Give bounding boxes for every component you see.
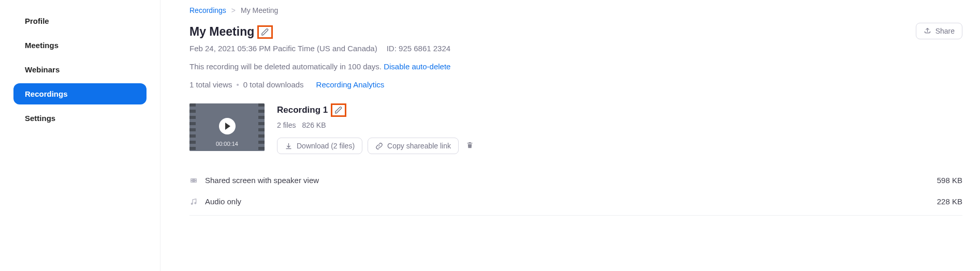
meeting-datetime: Feb 24, 2021 05:36 PM Pacific Time (US a… (189, 44, 377, 53)
disable-auto-delete-link[interactable]: Disable auto-delete (384, 62, 450, 71)
svg-point-5 (191, 203, 193, 204)
recording-title: Recording 1 (277, 105, 328, 115)
play-icon (219, 118, 236, 134)
video-icon (189, 176, 198, 185)
breadcrumb: Recordings > My Meeting (189, 6, 962, 14)
file-list: Shared screen with speaker view 598 KB A… (189, 170, 962, 212)
page-title: My Meeting (189, 25, 254, 39)
recording-thumbnail[interactable]: 00:00:14 (189, 103, 265, 151)
pencil-icon (261, 28, 269, 36)
breadcrumb-root[interactable]: Recordings (189, 6, 226, 14)
edit-recording-title-button[interactable] (331, 103, 346, 117)
separator-dot: • (237, 80, 239, 89)
copy-link-label: Copy shareable link (387, 142, 451, 150)
recording-analytics-link[interactable]: Recording Analytics (316, 80, 385, 89)
share-button[interactable]: Share (916, 23, 962, 39)
sidebar-item-recordings[interactable]: Recordings (13, 83, 147, 104)
recording-total-size: 826 KB (302, 121, 326, 129)
file-row[interactable]: Audio only 228 KB (189, 191, 962, 212)
delete-button[interactable] (466, 141, 474, 151)
file-name: Audio only (205, 197, 241, 206)
main-content: Share Recordings > My Meeting My Meeting… (160, 0, 980, 271)
download-label: Download (2 files) (297, 142, 355, 150)
audio-icon (189, 198, 198, 206)
total-views: 1 total views (189, 80, 232, 89)
divider (189, 215, 962, 216)
download-icon (285, 142, 292, 150)
sidebar-item-webinars[interactable]: Webinars (13, 59, 147, 80)
svg-rect-4 (195, 181, 196, 182)
link-icon (375, 142, 383, 150)
file-size: 228 KB (937, 197, 962, 206)
recording-file-count: 2 files (277, 121, 296, 129)
total-downloads: 0 total downloads (243, 80, 304, 89)
svg-rect-1 (191, 179, 192, 179)
svg-rect-0 (191, 178, 197, 183)
edit-title-button[interactable] (257, 25, 273, 39)
chevron-right-icon: > (231, 6, 236, 14)
breadcrumb-current: My Meeting (241, 6, 278, 14)
file-size: 598 KB (937, 176, 962, 185)
svg-point-6 (195, 202, 196, 204)
meeting-id: ID: 925 6861 2324 (387, 44, 450, 53)
file-row[interactable]: Shared screen with speaker view 598 KB (189, 170, 962, 191)
sidebar: Profile Meetings Webinars Recordings Set… (0, 0, 160, 271)
sidebar-item-settings[interactable]: Settings (13, 108, 147, 129)
sidebar-item-profile[interactable]: Profile (13, 10, 147, 32)
auto-delete-msg: This recording will be deleted automatic… (189, 62, 382, 71)
share-label: Share (935, 27, 955, 35)
svg-rect-2 (191, 181, 192, 182)
copy-link-button[interactable]: Copy shareable link (368, 138, 459, 154)
pencil-icon (334, 106, 343, 114)
share-icon (924, 27, 931, 35)
download-button[interactable]: Download (2 files) (277, 138, 362, 154)
file-name: Shared screen with speaker view (205, 176, 319, 185)
trash-icon (466, 141, 474, 149)
sidebar-item-meetings[interactable]: Meetings (13, 35, 147, 56)
recording-duration: 00:00:14 (189, 141, 265, 147)
svg-rect-3 (195, 179, 196, 179)
